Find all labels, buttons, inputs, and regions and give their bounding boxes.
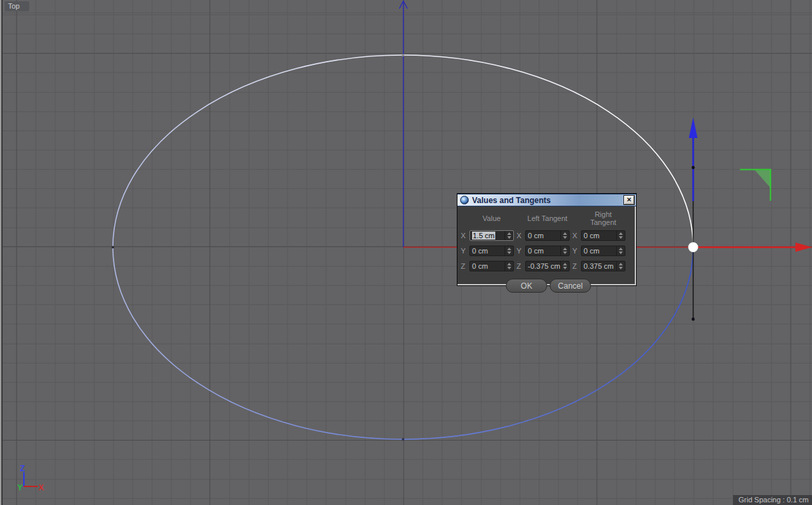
value-x-stepper[interactable]	[505, 231, 513, 240]
right-tangent-y-field[interactable]: 0 cm	[581, 246, 625, 256]
triad-x-label: X	[39, 483, 44, 492]
spinner-down-icon[interactable]	[563, 252, 567, 254]
selected-text: 1.5 cm	[472, 232, 495, 240]
grid-spacing-label: Grid Spacing : 0.1 cm	[733, 495, 812, 505]
axis-label-x: X	[572, 232, 580, 240]
values-and-tangents-dialog: Values and Tangents ✕ Value Left Tangent…	[457, 193, 637, 286]
right-tangent-x-field[interactable]: 0 cm	[581, 230, 625, 241]
spinner-down-icon[interactable]	[507, 267, 511, 269]
triad-z-label: Z	[20, 464, 25, 473]
cinema4d-icon	[460, 196, 469, 204]
triad-y-label: Y	[17, 483, 23, 492]
column-header-row: Value Left Tangent Right Tangent	[461, 210, 636, 226]
right-tangent-z-stepper[interactable]	[616, 261, 625, 271]
left-tangent-x-field[interactable]: 0 cm	[525, 230, 570, 241]
world-z-axis	[400, 1, 408, 248]
dialog-row-z: Z 0 cm Z -0.375 cm Z 0.375 cm	[461, 261, 636, 271]
move-gizmo-x-arrow[interactable]	[697, 243, 812, 252]
close-button[interactable]: ✕	[624, 196, 634, 204]
value-x-field[interactable]: 1.5 cm	[469, 230, 514, 241]
axis-label-y: Y	[517, 247, 524, 255]
panel-edge-shadow	[1, 0, 3, 505]
spinner-down-icon[interactable]	[507, 252, 511, 254]
axis-label-x: X	[461, 232, 468, 240]
dialog-titlebar[interactable]: Values and Tangents ✕	[457, 194, 636, 206]
spinner-up-icon[interactable]	[507, 232, 511, 235]
right-tangent-x-stepper[interactable]	[616, 231, 625, 240]
spinner-down-icon[interactable]	[507, 236, 511, 239]
gizmo-z-arrowhead-icon[interactable]	[689, 117, 698, 138]
axis-label-x: X	[517, 232, 524, 240]
selected-spline-point[interactable]	[689, 242, 698, 252]
spinner-up-icon[interactable]	[563, 232, 567, 235]
tangent-endpoint-bottom[interactable]	[692, 318, 695, 321]
left-tangent-z-stepper[interactable]	[560, 261, 569, 271]
dialog-row-x: X 1.5 cm X 0 cm X 0 cm	[461, 230, 636, 241]
move-gizmo-z-arrow[interactable]	[689, 117, 698, 201]
axis-triad: Z Y X	[17, 464, 44, 492]
column-header-right-tangent: Right Tangent	[581, 210, 625, 226]
dialog-row-y: Y 0 cm Y 0 cm Y 0 cm	[461, 246, 636, 256]
spinner-up-icon[interactable]	[619, 263, 623, 265]
axis-label-y: Y	[461, 247, 468, 255]
right-tangent-z-field[interactable]: 0.375 cm	[581, 261, 625, 271]
left-tangent-y-stepper[interactable]	[560, 246, 569, 255]
spinner-down-icon[interactable]	[619, 236, 623, 239]
axis-label-z: Z	[572, 262, 580, 270]
spinner-down-icon[interactable]	[563, 236, 567, 239]
gizmo-x-arrowhead-icon[interactable]	[795, 243, 812, 252]
viewport-overlay: Z Y X	[0, 0, 812, 505]
spinner-down-icon[interactable]	[563, 267, 567, 269]
spinner-up-icon[interactable]	[563, 263, 567, 265]
spinner-up-icon[interactable]	[563, 248, 567, 250]
spinner-up-icon[interactable]	[507, 263, 511, 265]
value-y-stepper[interactable]	[505, 246, 513, 255]
spinner-down-icon[interactable]	[619, 267, 623, 269]
spline-point-bottom[interactable]	[402, 438, 404, 440]
value-y-field[interactable]: 0 cm	[469, 246, 514, 256]
axis-label-z: Z	[517, 262, 524, 270]
move-gizmo-plane-handle[interactable]	[740, 170, 771, 201]
left-tangent-x-stepper[interactable]	[560, 231, 569, 240]
spinner-up-icon[interactable]	[507, 248, 511, 250]
column-header-left-tangent: Left Tangent	[525, 214, 570, 222]
dialog-title: Values and Tangents	[472, 196, 550, 205]
spinner-up-icon[interactable]	[619, 232, 623, 235]
spline-point-top[interactable]	[402, 54, 404, 56]
tangent-endpoint-top[interactable]	[692, 166, 695, 169]
spinner-down-icon[interactable]	[619, 252, 623, 254]
left-tangent-y-field[interactable]: 0 cm	[525, 246, 570, 256]
ok-button[interactable]: OK	[506, 279, 547, 293]
column-header-value: Value	[469, 214, 514, 222]
spinner-up-icon[interactable]	[619, 248, 623, 250]
value-z-stepper[interactable]	[505, 261, 513, 271]
cancel-button[interactable]: Cancel	[550, 279, 591, 293]
value-z-field[interactable]: 0 cm	[469, 261, 514, 271]
viewport-top-view[interactable]: Z Y X Top Grid Spacing : 0.1 cm	[0, 0, 812, 505]
axis-label-y: Y	[572, 247, 580, 255]
spline-point-left[interactable]	[112, 246, 114, 248]
left-tangent-z-field[interactable]: -0.375 cm	[525, 261, 570, 271]
right-tangent-y-stepper[interactable]	[616, 246, 625, 255]
view-name-label[interactable]: Top	[5, 1, 29, 11]
axis-label-z: Z	[461, 262, 468, 270]
